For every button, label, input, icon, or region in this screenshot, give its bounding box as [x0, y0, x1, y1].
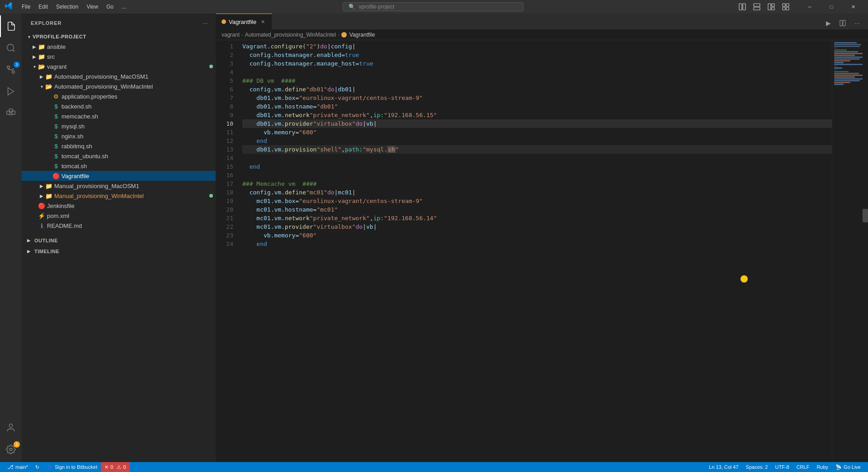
nginx-label: nginx.sh — [61, 133, 216, 140]
activity-search[interactable] — [0, 37, 22, 59]
tree-item-src[interactable]: ▶ 📁 src — [22, 52, 216, 61]
status-encoding[interactable]: UTF-8 — [771, 462, 793, 472]
sidebar-more-btn[interactable]: ··· — [200, 18, 210, 28]
activity-run[interactable] — [0, 80, 22, 102]
layout-btn-4[interactable] — [779, 2, 792, 11]
outline-title: OUTLINE — [34, 238, 58, 243]
code-line-13: db01.vm.provision "shell", path: "mysql.… — [242, 145, 832, 154]
tree-item-backend[interactable]: ▶ $ backend.sh — [22, 101, 216, 111]
run-btn[interactable]: ▶ — [822, 17, 835, 29]
more-editor-btn[interactable]: ··· — [851, 17, 863, 29]
svg-rect-9 — [783, 7, 785, 10]
tree-item-tomcat[interactable]: ▶ $ tomcat.sh — [22, 161, 216, 171]
status-right: Ln 13, Col 47 Spaces: 2 UTF-8 CRLF Ruby … — [705, 462, 864, 472]
svg-rect-6 — [772, 7, 774, 10]
breadcrumb-vagrantfile[interactable]: Vagrantfile — [349, 32, 375, 38]
tree-item-pom[interactable]: ▶ ⚡ pom.xml — [22, 211, 216, 221]
layout-btn-1[interactable] — [736, 2, 749, 11]
minimize-button[interactable]: ─ — [799, 0, 820, 14]
tomcat-ubuntu-label: tomcat_ubuntu.sh — [61, 153, 216, 160]
tab-vagrantfile[interactable]: Vagrantfile ✕ — [216, 14, 272, 29]
activity-settings[interactable]: 1 — [0, 439, 22, 460]
tree-item-nginx[interactable]: ▶ $ nginx.sh — [22, 131, 216, 141]
tree-item-ansible[interactable]: ▶ 📁 ansible — [22, 42, 216, 52]
status-spaces[interactable]: Spaces: 2 — [742, 462, 772, 472]
status-line-ending[interactable]: CRLF — [793, 462, 813, 472]
manual-win-folder-icon: 📁 — [45, 192, 52, 199]
tab-close-vagrantfile[interactable]: ✕ — [259, 18, 266, 25]
menu-go[interactable]: Go — [103, 3, 117, 11]
timeline-section-header[interactable]: ▶ TIMELINE — [22, 245, 216, 256]
memcache-icon: $ — [52, 113, 60, 120]
tree-item-manual-mac[interactable]: ▶ 📁 Manual_provisioning_MacOSM1 — [22, 181, 216, 191]
tree-item-app-props[interactable]: ▶ ⚙ application.properties — [22, 91, 216, 101]
tree-item-auto-win[interactable]: ▾ 📂 Automated_provisioning_WinMacIntel — [22, 81, 216, 91]
layout-btn-3[interactable] — [765, 2, 778, 11]
menu-file[interactable]: File — [18, 3, 34, 11]
svg-rect-3 — [754, 7, 760, 10]
menu-selection[interactable]: Selection — [52, 3, 82, 11]
breadcrumb-vagrant[interactable]: vagrant — [222, 32, 240, 38]
tree-item-memcache[interactable]: ▶ $ memcache.sh — [22, 111, 216, 121]
rabbitmq-label: rabbitmq.sh — [61, 143, 216, 150]
branch-name: main* — [15, 464, 28, 470]
activity-explorer[interactable] — [0, 15, 22, 37]
tree-item-vagrant[interactable]: ▾ 📂 vagrant — [22, 61, 216, 71]
svg-rect-22 — [843, 20, 845, 26]
sidebar-actions: ··· — [200, 18, 210, 28]
activity-extensions[interactable] — [0, 102, 22, 124]
vscode-logo-icon — [5, 2, 13, 12]
scrollbar-thumb[interactable] — [863, 209, 868, 222]
layout-btn-2[interactable] — [750, 2, 763, 11]
status-bitbucket[interactable]: 👤 Sign in to Bitbucket — [43, 462, 101, 472]
code-line-14 — [242, 154, 832, 162]
mysql-icon: $ — [52, 123, 60, 130]
menu-view[interactable]: View — [83, 3, 102, 11]
activity-source-control[interactable]: 3 — [0, 59, 22, 80]
scrollbar-track[interactable] — [863, 40, 868, 462]
status-branch[interactable]: ⎇ main* — [4, 462, 32, 472]
tree-item-rabbitmq[interactable]: ▶ $ rabbitmq.sh — [22, 141, 216, 151]
breadcrumb-winmac[interactable]: Automated_provisioning_WinMacIntel — [245, 32, 336, 38]
tree-item-auto-mac[interactable]: ▶ 📁 Automated_provisioning_MacOSM1 — [22, 71, 216, 81]
timeline-title: TIMELINE — [34, 249, 59, 254]
tree-item-readme[interactable]: ▶ ℹ README.md — [22, 221, 216, 231]
tree-item-vagrantfile[interactable]: ▶ 🔴 Vagrantfile — [22, 171, 216, 181]
menu-more[interactable]: ... — [118, 3, 130, 11]
status-position[interactable]: Ln 13, Col 47 — [705, 462, 742, 472]
memcache-label: memcache.sh — [61, 113, 216, 120]
svg-line-12 — [13, 50, 14, 52]
maximize-button[interactable]: □ — [821, 0, 842, 14]
status-sync[interactable]: ↻ — [32, 462, 43, 472]
bitbucket-icon: 👤 — [47, 464, 53, 470]
activity-accounts[interactable] — [0, 417, 22, 439]
editor-content[interactable]: 1 2 3 4 5 6 7 8 9 10 11 12 13 14 15 16 1… — [216, 40, 868, 462]
tree-item-tomcat-ubuntu[interactable]: ▶ $ tomcat_ubuntu.sh — [22, 151, 216, 161]
code-line-8: db01.vm.hostname = "db01" — [242, 102, 832, 111]
tree-item-jenkinsfile[interactable]: ▶ 🔴 Jenkinsfile — [22, 201, 216, 211]
activity-bar: 3 1 — [0, 14, 22, 462]
outline-section-header[interactable]: ▶ OUTLINE — [22, 234, 216, 245]
auto-win-folder-icon: 📂 — [45, 83, 52, 90]
split-editor-btn[interactable] — [836, 17, 849, 29]
svg-marker-15 — [8, 88, 14, 95]
manual-mac-folder-icon: 📁 — [45, 182, 52, 189]
menu-edit[interactable]: Edit — [35, 3, 52, 11]
status-language[interactable]: Ruby — [813, 462, 832, 472]
code-content[interactable]: Vagrant.configure("2") do |config| confi… — [239, 40, 832, 462]
tree-item-manual-win[interactable]: ▶ 📁 Manual_provisioning_WinMacIntel — [22, 191, 216, 201]
tree-root-project[interactable]: ▾ VPROFILE-PROJECT — [22, 32, 216, 42]
status-errors[interactable]: ✕ 0 ⚠ 0 — [101, 462, 129, 472]
project-arrow-icon: ▾ — [25, 33, 33, 40]
line-ending-text: CRLF — [797, 464, 810, 470]
code-line-9: db01.vm.network "private_network", ip: "… — [242, 111, 832, 119]
tree-item-mysql[interactable]: ▶ $ mysql.sh — [22, 121, 216, 131]
status-go-live[interactable]: 📡 Go Live — [832, 462, 864, 472]
close-button[interactable]: ✕ — [843, 0, 863, 14]
svg-rect-4 — [768, 4, 771, 10]
search-box[interactable]: 🔍 vprofile-project — [343, 2, 524, 11]
svg-point-11 — [7, 44, 14, 51]
activity-bottom: 1 — [0, 417, 22, 460]
titlebar-menu: File Edit Selection View Go ... — [18, 3, 130, 11]
code-line-16 — [242, 171, 832, 179]
